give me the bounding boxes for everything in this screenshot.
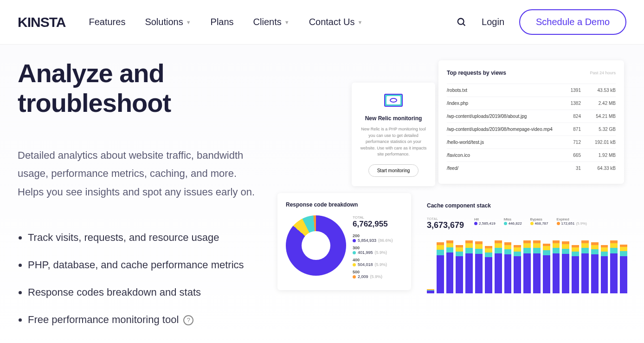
cache-stack-panel: Cache component stack TOTAL 3,673,679 Hi… xyxy=(420,196,629,296)
table-row: /wp-content/uploads/2019/08/about.jpg824… xyxy=(447,110,616,123)
legend-item: Expired172,651 (5.9%) xyxy=(557,217,587,226)
bar xyxy=(456,245,463,293)
legend-item: Miss446,822 xyxy=(504,217,522,226)
nav-solutions[interactable]: Solutions▼ xyxy=(145,17,191,27)
table-row: /feed/3164.33 kB xyxy=(447,162,616,175)
feature-list: Track visits, requests, and resource usa… xyxy=(18,229,264,328)
svg-line-1 xyxy=(463,23,465,26)
bar xyxy=(562,241,569,293)
bar xyxy=(581,240,589,293)
bar xyxy=(601,245,608,293)
total-value: 6,762,955 xyxy=(353,220,393,229)
main-nav: Features Solutions▼ Plans Clients▼ Conta… xyxy=(89,17,438,27)
panel-title: Cache component stack xyxy=(427,202,627,209)
login-link[interactable]: Login xyxy=(482,17,504,27)
chevron-down-icon: ▼ xyxy=(358,19,363,25)
legend-item: 400504,018 (5.9%) xyxy=(353,258,393,267)
bar xyxy=(427,289,434,293)
nav-contact[interactable]: Contact Us▼ xyxy=(309,17,363,27)
bar xyxy=(533,240,541,293)
help-icon[interactable]: ? xyxy=(183,315,193,325)
table-row: /hello-world/test.js712192.01 kB xyxy=(447,136,616,149)
hero-description: Detailed analytics about website traffic… xyxy=(18,146,264,201)
panel-title: Response code breakdown xyxy=(286,201,403,208)
eye-icon xyxy=(384,94,403,107)
table-row: /favicon.ico6651.92 MB xyxy=(447,149,616,162)
legend-item: Hit2,585,419 xyxy=(474,217,496,226)
bar xyxy=(475,241,483,293)
table-row: /wp-content/uploads/2019/08/homepage-vid… xyxy=(447,123,616,136)
table-row: /index.php13822.42 MB xyxy=(447,97,616,110)
response-code-panel: Response code breakdown TOTAL 6,762,955 … xyxy=(277,193,411,290)
chevron-down-icon: ▼ xyxy=(284,19,290,25)
legend-item: 2005,854,933 (86.6%) xyxy=(353,233,393,243)
bar xyxy=(572,245,579,293)
logo[interactable]: KINSTA xyxy=(18,14,65,30)
total-label: TOTAL xyxy=(427,217,464,220)
main-content: Analyze and troubleshoot Detailed analyt… xyxy=(0,45,644,343)
period-label: Past 24 hours xyxy=(590,71,616,75)
header-nav: KINSTA Features Solutions▼ Plans Clients… xyxy=(0,0,644,45)
total-label: TOTAL xyxy=(353,215,393,220)
nav-plans[interactable]: Plans xyxy=(211,17,234,27)
bar xyxy=(495,240,502,293)
dashboard-preview: New Relic monitoring New Relic is a PHP … xyxy=(273,58,626,339)
header-right: Login Schedule a Demo xyxy=(457,9,626,35)
bar xyxy=(437,242,444,293)
bar xyxy=(504,242,512,293)
new-relic-card: New Relic monitoring New Relic is a PHP … xyxy=(352,83,435,186)
bar xyxy=(446,240,454,293)
donut-chart xyxy=(286,215,346,276)
list-item: Track visits, requests, and resource usa… xyxy=(28,229,264,246)
chevron-down-icon: ▼ xyxy=(186,19,191,25)
svg-point-0 xyxy=(458,18,464,24)
card-description: New Relic is a PHP monitoring tool you c… xyxy=(358,126,429,158)
bar xyxy=(514,245,521,293)
search-icon[interactable] xyxy=(457,17,467,27)
bar xyxy=(610,240,618,293)
bar xyxy=(591,242,599,293)
bar xyxy=(553,240,560,293)
total-value: 3,673,679 xyxy=(427,220,464,230)
bar xyxy=(620,245,627,293)
table-row: /robots.txt139143.53 kB xyxy=(447,84,616,97)
page-title: Analyze and troubleshoot xyxy=(18,58,264,118)
bar xyxy=(465,240,473,293)
bar xyxy=(523,240,531,293)
top-requests-panel: Top requests by views Past 24 hours /rob… xyxy=(438,60,624,184)
bar xyxy=(485,246,492,293)
list-item: Free performance monitoring tool ? xyxy=(28,311,264,328)
start-monitoring-button[interactable]: Start monitoring xyxy=(368,164,419,177)
nav-features[interactable]: Features xyxy=(89,17,125,27)
list-item: PHP, database, and cache performance met… xyxy=(28,257,264,273)
nav-clients[interactable]: Clients▼ xyxy=(253,17,290,27)
hero-text: Analyze and troubleshoot Detailed analyt… xyxy=(18,58,264,339)
legend-item: 5002,009 (5.9%) xyxy=(353,270,393,279)
legend-item: 300401,995 (5.9%) xyxy=(353,246,393,255)
legend-item: Bypass468,787 xyxy=(530,217,548,226)
list-item: Response codes breakdown and stats xyxy=(28,284,264,300)
stacked-bar-chart xyxy=(427,237,627,293)
card-title: New Relic monitoring xyxy=(358,115,429,122)
panel-title: Top requests by views xyxy=(447,70,506,76)
schedule-demo-button[interactable]: Schedule a Demo xyxy=(519,9,626,35)
bar xyxy=(543,244,550,293)
